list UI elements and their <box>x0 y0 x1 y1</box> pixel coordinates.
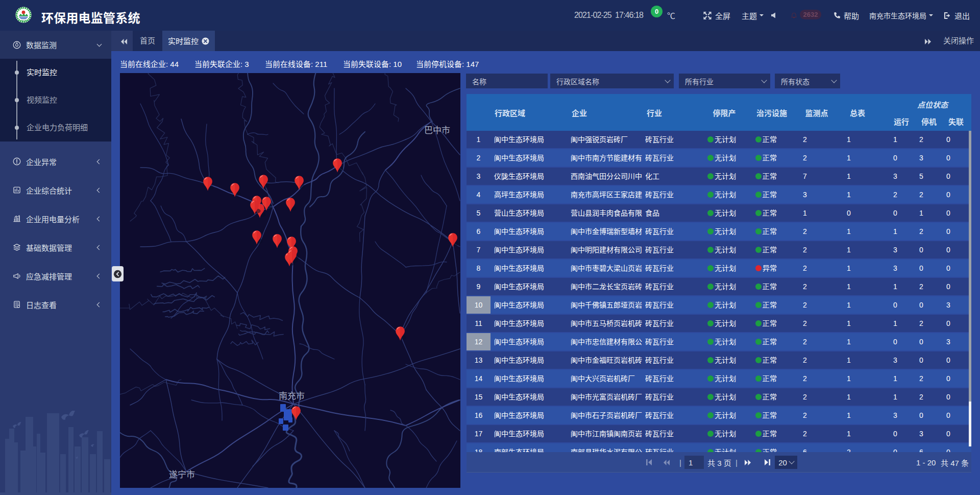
svg-text:环保监管: 环保监管 <box>20 19 27 22</box>
svg-text:遂宁市: 遂宁市 <box>169 470 195 480</box>
